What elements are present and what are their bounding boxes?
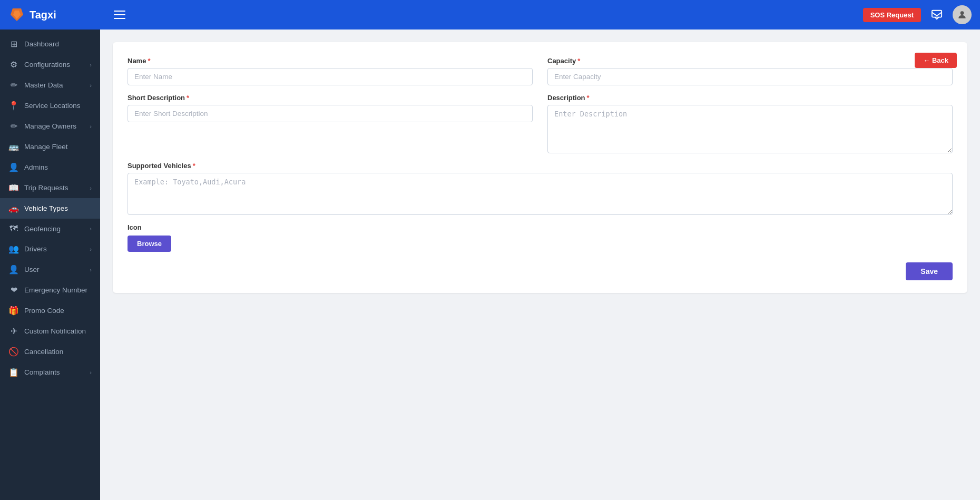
save-button[interactable]: Save [906, 262, 953, 280]
browse-button[interactable]: Browse [128, 236, 171, 252]
chevron-right-icon: › [90, 369, 92, 376]
chevron-right-icon: › [90, 226, 92, 232]
sidebar-label-drivers: Drivers [24, 245, 84, 253]
master-data-icon: ✏ [8, 80, 19, 90]
header-right: SOS Request [863, 5, 972, 24]
name-label: Name* [128, 57, 533, 65]
header: Tagxi SOS Request [0, 0, 980, 30]
admins-icon: 👤 [8, 162, 19, 172]
icon-section: Icon Browse [128, 223, 953, 252]
sidebar-label-manage-fleet: Manage Fleet [24, 143, 92, 151]
avatar[interactable] [953, 5, 972, 24]
sidebar-item-admins[interactable]: 👤 Admins [0, 157, 100, 178]
emergency-number-icon: ❤ [8, 285, 19, 295]
capacity-input[interactable] [547, 68, 953, 85]
capacity-label: Capacity* [547, 57, 953, 65]
sidebar-item-dashboard[interactable]: ⊞ Dashboard [0, 34, 100, 54]
cancellation-icon: 🚫 [8, 347, 19, 357]
sidebar-item-configurations[interactable]: ⚙ Configurations › [0, 54, 100, 75]
sidebar-label-custom-notification: Custom Notification [24, 327, 92, 335]
sidebar-item-master-data[interactable]: ✏ Master Data › [0, 75, 100, 95]
sidebar-item-manage-owners[interactable]: ✏ Manage Owners › [0, 116, 100, 136]
sidebar-item-manage-fleet[interactable]: 🚌 Manage Fleet [0, 136, 100, 157]
sidebar-label-promo-code: Promo Code [24, 307, 92, 315]
logo-icon [8, 6, 25, 23]
sidebar-label-dashboard: Dashboard [24, 40, 92, 48]
sidebar-item-service-locations[interactable]: 📍 Service Locations [0, 95, 100, 116]
header-left: Tagxi [8, 6, 128, 23]
logo-text: Tagxi [30, 9, 56, 21]
manage-owners-icon: ✏ [8, 121, 19, 131]
hamburger-button[interactable] [112, 8, 128, 21]
logo-area: Tagxi [8, 6, 103, 23]
chevron-right-icon: › [90, 267, 92, 273]
layout: ⊞ Dashboard ⚙ Configurations › ✏ Master … [0, 30, 980, 500]
chevron-right-icon: › [90, 123, 92, 130]
short-description-input[interactable] [128, 105, 533, 122]
main-content: ← Back Name* Capacity* [100, 30, 980, 500]
promo-code-icon: 🎁 [8, 306, 19, 316]
icon-label: Icon [128, 223, 953, 231]
messages-icon-button[interactable] [927, 5, 946, 24]
sidebar-label-service-locations: Service Locations [24, 102, 92, 110]
complaints-icon: 📋 [8, 367, 19, 377]
manage-fleet-icon: 🚌 [8, 142, 19, 152]
sidebar-label-admins: Admins [24, 163, 92, 171]
supported-vehicles-textarea[interactable] [128, 173, 953, 215]
sidebar-label-configurations: Configurations [24, 61, 84, 68]
sidebar-item-geofencing[interactable]: 🗺 Geofencing › [0, 219, 100, 239]
description-label: Description* [547, 94, 953, 102]
chevron-right-icon: › [90, 185, 92, 191]
description-field-group: Description* [547, 94, 953, 153]
form-row-1: Name* Capacity* [128, 57, 953, 85]
name-input[interactable] [128, 68, 533, 85]
sidebar-label-user: User [24, 266, 84, 273]
form-card: ← Back Name* Capacity* [113, 42, 967, 293]
svg-point-3 [961, 11, 964, 15]
description-textarea[interactable] [547, 105, 953, 153]
sidebar-item-drivers[interactable]: 👥 Drivers › [0, 239, 100, 259]
chevron-right-icon: › [90, 246, 92, 252]
configurations-icon: ⚙ [8, 60, 19, 70]
sidebar-item-complaints[interactable]: 📋 Complaints › [0, 362, 100, 383]
supported-vehicles-field-group: Supported Vehicles* [128, 162, 953, 215]
sidebar-item-cancellation[interactable]: 🚫 Cancellation [0, 341, 100, 362]
sidebar-label-manage-owners: Manage Owners [24, 122, 84, 130]
custom-notification-icon: ✈ [8, 326, 19, 336]
sidebar-item-trip-requests[interactable]: 📖 Trip Requests › [0, 178, 100, 198]
short-description-label: Short Description* [128, 94, 533, 102]
sidebar-item-user[interactable]: 👤 User › [0, 259, 100, 280]
vehicle-types-icon: 🚗 [8, 203, 19, 213]
service-locations-icon: 📍 [8, 101, 19, 111]
dashboard-icon: ⊞ [8, 39, 19, 49]
sidebar-item-vehicle-types[interactable]: 🚗 Vehicle Types [0, 198, 100, 219]
chevron-right-icon: › [90, 62, 92, 68]
form-footer: Save [128, 262, 953, 280]
trip-requests-icon: 📖 [8, 183, 19, 193]
sidebar-label-cancellation: Cancellation [24, 348, 92, 356]
short-description-field-group: Short Description* [128, 94, 533, 153]
geofencing-icon: 🗺 [8, 224, 19, 233]
supported-vehicles-label: Supported Vehicles* [128, 162, 953, 170]
capacity-field-group: Capacity* [547, 57, 953, 85]
sidebar-item-emergency-number[interactable]: ❤ Emergency Number [0, 280, 100, 300]
sidebar-label-trip-requests: Trip Requests [24, 184, 84, 192]
user-icon: 👤 [8, 264, 19, 274]
chevron-right-icon: › [90, 82, 92, 89]
sos-request-button[interactable]: SOS Request [863, 8, 921, 22]
sidebar-label-vehicle-types: Vehicle Types [24, 204, 92, 212]
sidebar-label-geofencing: Geofencing [24, 225, 84, 233]
name-field-group: Name* [128, 57, 533, 85]
form-row-2: Short Description* Description* [128, 94, 953, 153]
back-button[interactable]: ← Back [915, 53, 957, 68]
sidebar-item-promo-code[interactable]: 🎁 Promo Code [0, 300, 100, 321]
sidebar-label-emergency-number: Emergency Number [24, 286, 92, 294]
sidebar-item-custom-notification[interactable]: ✈ Custom Notification [0, 321, 100, 341]
drivers-icon: 👥 [8, 244, 19, 254]
sidebar-label-complaints: Complaints [24, 368, 84, 376]
sidebar: ⊞ Dashboard ⚙ Configurations › ✏ Master … [0, 30, 100, 500]
sidebar-label-master-data: Master Data [24, 81, 84, 89]
